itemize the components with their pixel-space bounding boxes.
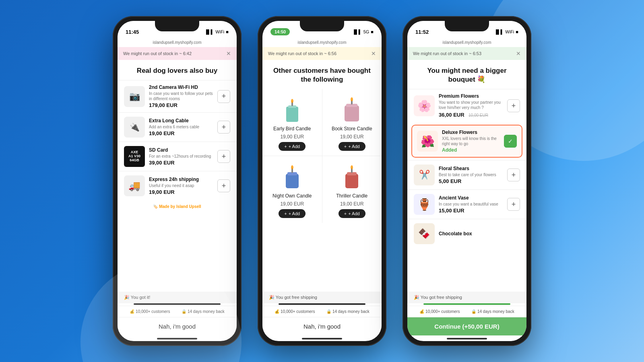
add-cable-button[interactable]: + (217, 121, 230, 134)
product-desc-shipping: Useful if you need it asap (149, 183, 213, 188)
add-camera-button[interactable]: + (217, 90, 230, 103)
added-check-deluxe[interactable]: ✓ (504, 135, 517, 148)
candle-img-2 (278, 162, 306, 191)
product-desc-cable: Add an extra 6 meters cable (149, 124, 213, 130)
notch-2 (300, 21, 344, 31)
product-row-camera: 📷 2nd Camera Wi-Fi HD In case you want t… (118, 80, 237, 112)
product-name-shears: Floral Shears (439, 166, 503, 171)
plus-icon-2: + (284, 211, 287, 216)
trust-customers-2: 💰 10,000+ customers (275, 309, 315, 314)
add-candle-0-button[interactable]: + + Add (279, 142, 305, 151)
candle-price-3: 19,00 EUR (340, 201, 364, 207)
candle-cell-1: Book Store Candle 19,00 EUR + + Add (322, 89, 382, 156)
product-img-vase: 🏺 (414, 194, 435, 215)
product-img-chocolate: 🍫 (414, 223, 435, 244)
candle-img-1 (338, 95, 366, 123)
status-icons-3: ▐▌▌ WiFi ■ (494, 29, 518, 34)
wifi-icon-2: 5G (363, 29, 369, 34)
trust-bar-1: 💰 10,000+ customers 🔒 14 days money back (118, 306, 237, 317)
home-indicator-2 (302, 338, 342, 339)
stock-banner-2: We might run out of stock in ~ 6:56 ✕ (262, 47, 382, 60)
url-bar-2: islandupsell.myshopify.com (262, 39, 382, 47)
phone-1-content: Real dog lovers also buy 📷 2nd Camera Wi… (118, 60, 237, 292)
close-banner-2[interactable]: ✕ (371, 50, 376, 57)
add-candle-2-button[interactable]: + + Add (279, 209, 305, 218)
product-img-deluxe: 🌺 (417, 131, 438, 152)
trust-bar-2: 💰 10,000+ customers 🔒 14 days money back (262, 306, 382, 317)
candle-name-0: Early Bird Candle (273, 126, 311, 132)
battery-icon: ■ (226, 29, 229, 34)
add-candle-3-button[interactable]: + + Add (339, 209, 365, 218)
status-icons-1: ▐▌▌ WiFi ■ (204, 29, 229, 34)
plus-icon-0: + (284, 144, 287, 149)
add-candle-1-button[interactable]: + + Add (339, 142, 365, 151)
phone-2: 14:50 ▐▌▌ 5G ■ islandupsell.myshopify.co… (258, 16, 386, 346)
product-info-vase: Ancient Vase In case you want a beautifu… (439, 195, 503, 214)
close-banner-1[interactable]: ✕ (226, 50, 231, 57)
bottom-btn-3[interactable]: Continue (+50,00 EUR) (407, 317, 526, 335)
product-img-shears: ✂️ (414, 165, 435, 185)
product-price-shears: 5,00 EUR (439, 178, 503, 184)
phone-3: 11:52 ▐▌▌ WiFi ■ islandupsell.myshopify.… (402, 16, 531, 346)
product-price-camera: 179,00 EUR (149, 102, 213, 108)
product-row-sdcard: AXEA1 V3064GB SD Card For an extra ~12ho… (118, 142, 237, 171)
product-img-premium: 🌸 (414, 95, 435, 116)
notch-1 (155, 21, 199, 31)
candle-grid: Early Bird Candle 19,00 EUR + + Add (262, 89, 382, 223)
product-price-shipping: 19,00 EUR (149, 189, 213, 195)
phone-3-title: You might need a bigger bouquet 💐 (407, 60, 526, 89)
candle-price-0: 19,00 EUR (280, 134, 304, 140)
plus-icon-3: + (344, 211, 347, 216)
time-2: 14:50 (270, 28, 290, 35)
product-desc-camera: In case you want to follow your pets in … (149, 91, 213, 101)
product-info-camera: 2nd Camera Wi-Fi HD In case you want to … (149, 84, 213, 108)
notch-3 (445, 21, 489, 31)
product-name-sdcard: SD Card (149, 147, 213, 153)
add-premium-button[interactable]: + (507, 99, 520, 112)
svg-point-15 (351, 165, 353, 169)
phone-2-content: Other customers have bought the followin… (262, 60, 382, 292)
product-desc-premium: You want to show your partner you love h… (439, 100, 503, 110)
status-icons-2: ▐▌▌ 5G ■ (352, 29, 374, 34)
add-shears-button[interactable]: + (507, 169, 520, 181)
product-info-sdcard: SD Card For an extra ~12hours of recordi… (149, 147, 213, 166)
signal-icon-2: ▐▌▌ (352, 29, 361, 34)
product-row-vase: 🏺 Ancient Vase In case you want a beauti… (407, 189, 526, 219)
shipping-bar-1: 🎉 You got it! (118, 292, 237, 303)
add-sdcard-button[interactable]: + (217, 150, 230, 163)
trust-customers-3: 💰 10,000+ customers (419, 309, 460, 314)
product-name-shipping: Express 24h shipping (149, 177, 213, 182)
product-name-premium: Premium Flowers (439, 93, 503, 99)
product-price-premium: 36,00 EUR 10,00 EUR (439, 111, 503, 118)
candle-img-3 (338, 162, 366, 191)
candle-img-0 (278, 95, 306, 123)
candle-cell-0: Early Bird Candle 19,00 EUR + + Add (262, 89, 322, 156)
product-row-shears: ✂️ Floral Shears Best to take care of yo… (407, 160, 526, 189)
close-banner-3[interactable]: ✕ (516, 50, 521, 57)
product-name-cable: Extra Long Cable (149, 118, 213, 123)
phone-2-screen: 14:50 ▐▌▌ 5G ■ islandupsell.myshopify.co… (262, 21, 382, 341)
product-row-cable: 🔌 Extra Long Cable Add an extra 6 meters… (118, 112, 237, 142)
product-img-sdcard: AXEA1 V3064GB (124, 146, 145, 167)
candle-cell-2: Night Own Candle 19,00 EUR + + Add (262, 156, 322, 223)
bottom-btn-2[interactable]: Nah, i'm good (262, 317, 382, 335)
svg-rect-8 (286, 174, 299, 188)
trust-money-back-2: 🔒 14 days money back (326, 309, 369, 314)
product-desc-shears: Best to take care of your flowers (439, 172, 503, 177)
home-indicator-3 (447, 338, 487, 339)
url-bar-1: islandupsell.myshopify.com (118, 39, 237, 47)
bottom-btn-1[interactable]: Nah, i'm good (118, 317, 237, 335)
product-name-vase: Ancient Vase (439, 195, 503, 201)
product-info-cable: Extra Long Cable Add an extra 6 meters c… (149, 118, 213, 136)
shipping-bar-2: 🎉 You got free shipping (262, 292, 382, 303)
phone-1-screen: 11:45 ▐▌▌ WiFi ■ islandupsell.myshopify.… (118, 21, 237, 341)
add-shipping-button[interactable]: + (217, 179, 230, 192)
product-row-deluxe: 🌺 Deluxe Flowers XXL lovers will know th… (411, 125, 522, 158)
add-vase-button[interactable]: + (507, 198, 520, 211)
product-price-vase: 15,00 EUR (439, 208, 503, 214)
progress-bar-2 (279, 303, 365, 305)
signal-icon-3: ▐▌▌ (494, 29, 504, 34)
svg-rect-0 (286, 107, 298, 122)
product-row-chocolate: 🍫 Chocolate box (407, 219, 526, 248)
phone-2-title: Other customers have bought the followin… (262, 60, 382, 89)
